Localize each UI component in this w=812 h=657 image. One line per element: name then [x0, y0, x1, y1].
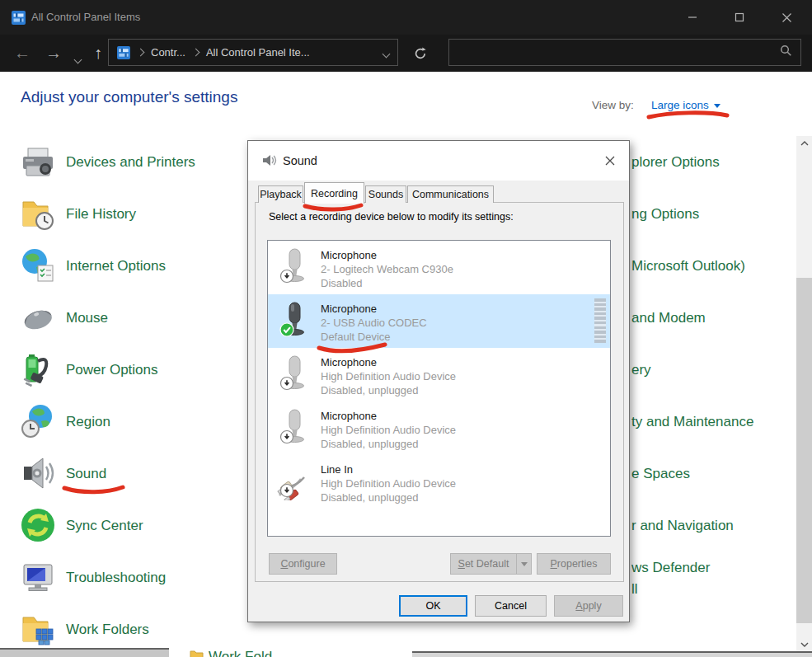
cp-item-label: Sync Center [66, 500, 143, 551]
internet-options-icon [18, 246, 58, 285]
scrollbar-up-icon[interactable] [796, 136, 812, 150]
view-by-label: View by: [592, 99, 634, 111]
minimize-button[interactable] [674, 0, 711, 35]
maximize-button[interactable] [720, 0, 758, 35]
cp-item-fragment[interactable]: ws Defender ll [631, 551, 796, 609]
close-button[interactable] [767, 0, 805, 35]
microphone-disabled-icon [276, 248, 312, 286]
breadcrumb[interactable]: Contr... All Control Panel Ite... [108, 39, 398, 66]
dialog-titlebar[interactable]: Sound [248, 141, 629, 181]
device-detail: 2- Logitech Webcam C930e [321, 263, 453, 275]
up-button[interactable]: ↑ [86, 35, 110, 72]
window-titlebar: All Control Panel Items [0, 0, 812, 35]
refresh-button[interactable] [413, 46, 428, 64]
cp-item-label: Region [66, 396, 110, 448]
tab-recording[interactable]: Recording [304, 182, 364, 204]
device-row-microphone-logitech[interactable]: Microphone 2- Logitech Webcam C930e Disa… [268, 241, 610, 294]
recent-pages-chevron-icon[interactable] [75, 51, 81, 66]
scrollbar-thumb[interactable] [796, 278, 812, 623]
folder-icon [190, 650, 204, 657]
forward-button[interactable]: → [41, 35, 66, 72]
cp-item-mouse[interactable]: Mouse [0, 292, 247, 344]
breadcrumb-segment-all-items[interactable]: All Control Panel Ite... [206, 46, 310, 59]
work-folders-icon [18, 609, 58, 649]
properties-button[interactable]: Properties [537, 553, 611, 575]
device-status: Disabled, unplugged [321, 491, 419, 504]
microphone-default-icon [276, 302, 312, 340]
cp-item-label: Power Options [66, 344, 158, 396]
device-name: Microphone [321, 303, 377, 315]
device-row-line-in[interactable]: Line In High Definition Audio Device Dis… [268, 455, 610, 509]
dropdown-caret-icon [714, 104, 720, 108]
cp-item-label: Devices and Printers [66, 136, 195, 188]
mouse-icon [18, 298, 58, 337]
line-in-icon [276, 462, 312, 500]
cp-item-fragment[interactable]: ty and Maintenance [631, 396, 796, 448]
sound-icon [18, 453, 58, 493]
file-history-icon [18, 194, 58, 233]
device-row-microphone-usb[interactable]: Microphone 2- USB Audio CODEC Default De… [268, 294, 610, 348]
control-panel-icon [12, 11, 26, 25]
power-options-icon [18, 350, 58, 389]
cp-item-label: Internet Options [66, 240, 166, 292]
cp-item-file-history[interactable]: File History [0, 188, 247, 240]
tab-sounds[interactable]: Sounds [365, 185, 406, 203]
search-box[interactable] [448, 39, 801, 66]
dialog-title: Sound [283, 141, 317, 181]
apply-button[interactable]: Apply [554, 595, 623, 617]
background-item-label: Work Fold [209, 649, 272, 657]
view-by-dropdown[interactable]: Large icons [651, 99, 720, 111]
cancel-button[interactable]: Cancel [475, 595, 547, 617]
device-status: Default Device [321, 331, 391, 343]
instruction-text: Select a recording device below to modif… [269, 211, 514, 223]
cp-item-fragment[interactable]: e Spaces [631, 448, 796, 500]
control-panel-icon [117, 46, 130, 59]
ok-button[interactable]: OK [399, 595, 467, 617]
cp-item-sync-center[interactable]: Sync Center [0, 500, 247, 551]
configure-button[interactable]: Configure [269, 553, 337, 575]
cp-item-fragment[interactable]: and Modem [631, 292, 796, 344]
cp-item-fragment[interactable]: ery [631, 344, 796, 396]
cp-item-power-options[interactable]: Power Options [0, 344, 247, 396]
tab-communications[interactable]: Communications [407, 185, 494, 203]
microphone-disabled-icon [276, 355, 312, 393]
breadcrumb-separator-icon [191, 49, 199, 57]
device-name: Microphone [321, 249, 377, 261]
recording-device-list: Microphone 2- Logitech Webcam C930e Disa… [267, 240, 611, 537]
cp-item-fragment[interactable]: Microsoft Outlook) [631, 240, 796, 292]
cp-item-fragment[interactable]: ng Options [631, 188, 796, 240]
address-dropdown-chevron-icon[interactable] [383, 45, 389, 60]
cp-item-fragment[interactable]: plorer Options [631, 136, 796, 188]
cp-item-fragment[interactable]: r and Navigation [631, 500, 796, 551]
level-meter [594, 298, 606, 343]
navigation-bar: ← → ↑ Contr... All Control Panel Ite... [0, 35, 812, 72]
device-row-microphone-hd-2[interactable]: Microphone High Definition Audio Device … [268, 401, 610, 455]
search-input[interactable] [449, 40, 780, 65]
breadcrumb-separator-icon [137, 49, 145, 57]
back-button[interactable]: ← [10, 35, 35, 72]
cp-item-label: Troubleshooting [66, 551, 166, 603]
scrollbar[interactable] [796, 136, 812, 651]
cp-item-sound[interactable]: Sound [0, 448, 247, 500]
device-name: Line In [321, 463, 353, 476]
background-window-border [412, 651, 812, 657]
scrollbar-down-icon[interactable] [796, 637, 812, 651]
devices-and-printers-icon [18, 142, 58, 181]
cp-item-region[interactable]: Region [0, 396, 247, 448]
breadcrumb-segment-control-panel[interactable]: Contr... [151, 46, 185, 59]
set-default-dropdown-icon[interactable] [516, 553, 532, 575]
device-detail: High Definition Audio Device [321, 424, 456, 436]
tab-playback[interactable]: Playback [258, 185, 303, 203]
cp-item-internet-options[interactable]: Internet Options [0, 240, 247, 292]
device-detail: High Definition Audio Device [321, 477, 456, 490]
cp-item-troubleshooting[interactable]: Troubleshooting [0, 551, 247, 603]
device-row-microphone-hd-1[interactable]: Microphone High Definition Audio Device … [268, 348, 610, 401]
sound-dialog: Sound Playback Recording Sounds Communic… [247, 140, 630, 622]
set-default-button[interactable]: Set Default [450, 553, 516, 575]
cp-item-label: Mouse [66, 292, 108, 344]
cp-item-label: Sound [66, 448, 106, 500]
speaker-icon [261, 153, 277, 168]
dialog-close-icon[interactable] [598, 148, 622, 173]
cp-item-devices-and-printers[interactable]: Devices and Printers [0, 136, 247, 188]
device-status: Disabled [321, 277, 363, 289]
